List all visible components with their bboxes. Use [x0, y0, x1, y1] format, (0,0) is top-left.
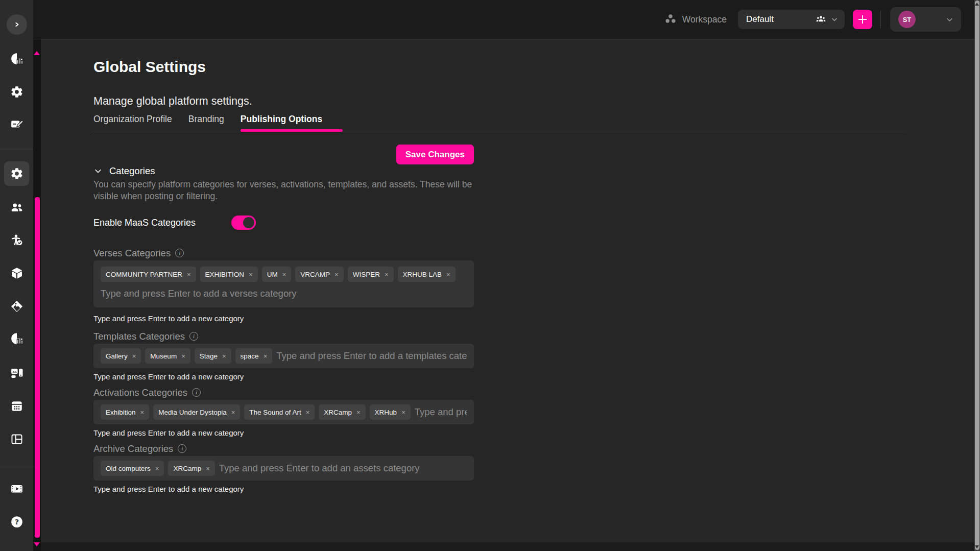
user-menu[interactable]: ST	[890, 7, 961, 32]
window-scroll-up-arrow[interactable]	[975, 3, 979, 6]
layout-panels-icon	[10, 433, 23, 446]
scroll-down-arrow[interactable]	[34, 542, 40, 546]
sidebar-item-packages[interactable]	[4, 261, 29, 285]
activations-categories-input-box[interactable]: Exhibition× Media Under Dystopia× The So…	[93, 400, 474, 424]
sidebar-item-media[interactable]	[4, 476, 29, 501]
tab-publishing-options[interactable]: Publishing Options	[241, 114, 322, 131]
sidebar-item-dashboard-analytics[interactable]	[4, 46, 29, 71]
sidebar-item-settings[interactable]	[4, 80, 29, 104]
sidebar-divider	[0, 150, 33, 150]
tab-branding[interactable]: Branding	[188, 114, 224, 131]
category-tag: VRCAMP×	[295, 267, 343, 282]
templates-category-input[interactable]	[276, 348, 467, 364]
sidebar-item-global-settings-active[interactable]	[4, 161, 29, 186]
category-tag: XRCamp×	[319, 404, 365, 420]
templates-categories-input-box[interactable]: Gallery× Museum× Stage× space×	[93, 344, 474, 368]
enable-maas-label: Enable MaaS Categories	[93, 218, 231, 228]
plus-icon	[856, 13, 869, 26]
sidebar-item-assets[interactable]	[4, 294, 29, 319]
workspace-select[interactable]: Default	[738, 10, 845, 29]
video-film-icon	[10, 482, 23, 495]
remove-tag-icon[interactable]: ×	[385, 271, 389, 278]
sidebar-item-member-check[interactable]	[4, 228, 29, 252]
window-scroll-down-arrow[interactable]	[975, 545, 979, 548]
topbar-border	[0, 39, 974, 39]
workspace-cluster-icon	[664, 13, 677, 26]
package-box-icon	[10, 267, 23, 280]
main-content: Global Settings Manage global platform s…	[41, 39, 974, 542]
workspace-selected-value: Default	[746, 14, 816, 25]
category-tag: Exhibition×	[101, 404, 149, 420]
save-changes-button[interactable]: Save Changes	[396, 145, 474, 164]
calendar-grid-icon	[10, 399, 23, 413]
info-icon[interactable]: i	[175, 249, 184, 257]
category-tag: The Sound of Art×	[244, 404, 315, 420]
chevron-down-icon	[830, 15, 839, 23]
templates-categories-label: Templates Categories	[93, 330, 185, 342]
sidebar-item-insights[interactable]	[4, 326, 29, 351]
archive-categories-input-box[interactable]: Old computers× XRCamp×	[93, 456, 474, 481]
remove-tag-icon[interactable]: ×	[446, 271, 450, 278]
content-scrollbar-track[interactable]	[33, 39, 41, 551]
remove-tag-icon[interactable]: ×	[356, 409, 361, 416]
avatar: ST	[898, 11, 916, 28]
category-tag: WISPER×	[348, 267, 394, 282]
sidebar-expand-button[interactable]	[7, 14, 27, 35]
page-title: Global Settings	[93, 58, 974, 76]
media-devices-icon	[10, 366, 23, 379]
remove-tag-icon[interactable]: ×	[155, 465, 159, 472]
content-scrollbar-thumb[interactable]	[35, 197, 40, 538]
remove-tag-icon[interactable]: ×	[187, 271, 191, 278]
category-tag: EXHIBITION×	[200, 267, 258, 282]
remove-tag-icon[interactable]: ×	[401, 409, 405, 416]
categories-section-title: Categories	[109, 165, 155, 177]
remove-tag-icon[interactable]: ×	[264, 352, 268, 360]
remove-tag-icon[interactable]: ×	[140, 409, 145, 416]
person-check-icon	[10, 233, 23, 247]
info-icon[interactable]: i	[189, 332, 198, 341]
categories-section-collapse[interactable]: Categories	[93, 165, 155, 177]
scroll-up-arrow[interactable]	[34, 51, 40, 55]
helper-text: Type and press Enter to add a new catego…	[93, 314, 474, 323]
category-tag: XRHUB LAB×	[398, 267, 456, 282]
info-icon[interactable]: i	[178, 444, 186, 453]
activations-categories-label: Activations Categories	[93, 387, 187, 398]
window-scrollbar[interactable]	[974, 0, 980, 551]
remove-tag-icon[interactable]: ×	[282, 271, 286, 278]
archive-category-input[interactable]	[219, 461, 467, 476]
activations-category-input[interactable]	[415, 404, 467, 420]
remove-tag-icon[interactable]: ×	[132, 352, 136, 360]
tab-organization-profile[interactable]: Organization Profile	[93, 114, 172, 131]
help-icon: ?	[10, 515, 23, 529]
remove-tag-icon[interactable]: ×	[334, 271, 339, 278]
sidebar-item-content-editor[interactable]	[4, 112, 29, 136]
add-workspace-button[interactable]	[853, 10, 872, 29]
workspace-label: Workspace	[682, 14, 727, 25]
verses-category-input[interactable]	[101, 286, 467, 301]
archive-categories-label: Archive Categories	[93, 443, 173, 454]
remove-tag-icon[interactable]: ×	[181, 352, 185, 360]
window-scrollbar-thumb[interactable]	[975, 1, 979, 550]
remove-tag-icon[interactable]: ×	[231, 409, 235, 416]
info-icon[interactable]: i	[192, 388, 201, 397]
sidebar-item-users[interactable]	[4, 196, 29, 220]
svg-text:?: ?	[14, 518, 18, 526]
verses-categories-input-box[interactable]: COMMUNITY PARTNER× EXHIBITION× UM× VRCAM…	[93, 260, 474, 307]
pie-chart-bars-icon	[10, 332, 23, 345]
remove-tag-icon[interactable]: ×	[306, 409, 310, 416]
sidebar-item-layouts[interactable]	[4, 427, 29, 451]
remove-tag-icon[interactable]: ×	[206, 465, 210, 472]
remove-tag-icon[interactable]: ×	[249, 271, 253, 278]
sidebar-divider	[0, 466, 33, 466]
verses-categories-label: Verses Categories	[93, 247, 171, 259]
sidebar-item-events-calendar[interactable]	[4, 394, 29, 418]
sidebar-item-templates[interactable]	[4, 361, 29, 385]
remove-tag-icon[interactable]: ×	[222, 352, 226, 360]
card-edit-icon	[10, 117, 23, 131]
topbar-divider	[880, 11, 881, 28]
category-tag: Museum×	[145, 348, 190, 364]
category-tag: XRCamp×	[168, 461, 214, 476]
app-window: ? Workspace Default ST	[0, 0, 980, 551]
enable-maas-toggle[interactable]	[231, 215, 256, 230]
sidebar-item-help[interactable]: ?	[4, 510, 29, 534]
